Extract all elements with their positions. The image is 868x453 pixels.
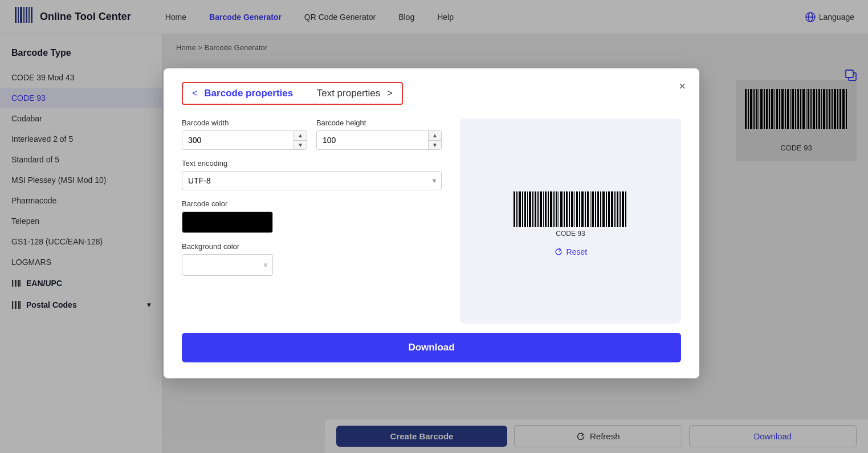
barcode-height-label: Barcode height [316, 119, 442, 127]
tab-left-arrow: < [192, 88, 197, 99]
barcode-color-label: Barcode color [182, 199, 442, 208]
barcode-height-input[interactable] [317, 131, 428, 149]
svg-rect-82 [560, 191, 563, 227]
svg-rect-91 [585, 191, 586, 227]
background-color-swatch[interactable]: × [182, 254, 273, 276]
svg-text:CODE 93: CODE 93 [556, 230, 585, 238]
reset-button[interactable]: Reset [554, 247, 588, 256]
reset-icon [554, 247, 563, 256]
barcode-width-down-btn[interactable]: ▼ [294, 141, 307, 150]
svg-rect-106 [625, 191, 626, 227]
background-color-section: Background color × [182, 242, 442, 276]
svg-rect-87 [574, 191, 575, 227]
svg-rect-76 [545, 191, 547, 227]
svg-rect-65 [516, 191, 517, 227]
background-color-label: Background color [182, 242, 442, 251]
svg-rect-64 [514, 191, 515, 227]
svg-rect-102 [614, 191, 616, 227]
svg-rect-66 [519, 191, 521, 227]
tab-right-arrow: > [387, 88, 392, 99]
svg-rect-67 [522, 191, 523, 227]
svg-rect-71 [532, 191, 533, 227]
svg-rect-74 [540, 191, 542, 227]
svg-rect-68 [524, 191, 526, 227]
svg-rect-105 [622, 191, 624, 227]
svg-rect-89 [579, 191, 580, 227]
svg-rect-103 [617, 191, 618, 227]
reset-label: Reset [567, 247, 588, 256]
text-encoding-group: Text encoding UTF-8 ASCII ISO-8859-1 ▾ [182, 159, 442, 190]
svg-rect-104 [620, 191, 621, 227]
svg-rect-98 [602, 191, 605, 227]
modal: < Barcode properties Text properties > ×… [164, 68, 699, 378]
barcode-color-swatch[interactable] [182, 211, 273, 233]
svg-rect-99 [606, 191, 607, 227]
barcode-color-section: Barcode color [182, 199, 442, 233]
barcode-width-up-btn[interactable]: ▲ [294, 131, 307, 141]
barcode-width-group: Barcode width ▲ ▼ [182, 119, 307, 150]
svg-rect-94 [592, 191, 594, 227]
barcode-preview-area: CODE 93 [514, 186, 627, 243]
svg-rect-80 [556, 191, 557, 227]
svg-rect-79 [553, 191, 555, 227]
svg-rect-77 [548, 191, 549, 227]
modal-form: Barcode width ▲ ▼ Barcode height [182, 119, 442, 324]
barcode-height-up-btn[interactable]: ▲ [429, 131, 441, 141]
svg-rect-72 [535, 191, 536, 227]
svg-rect-100 [608, 191, 610, 227]
modal-body: Barcode width ▲ ▼ Barcode height [182, 119, 681, 324]
barcode-width-label: Barcode width [182, 119, 307, 127]
svg-rect-70 [529, 191, 531, 227]
svg-rect-90 [581, 191, 584, 227]
svg-rect-69 [527, 191, 528, 227]
tab-barcode-properties[interactable]: Barcode properties [199, 88, 298, 99]
barcode-height-down-btn[interactable]: ▼ [429, 141, 441, 150]
tab-text-properties[interactable]: Text properties [312, 88, 385, 99]
modal-download-button[interactable]: Download [182, 333, 681, 362]
svg-rect-85 [569, 191, 570, 227]
barcode-height-group: Barcode height ▲ ▼ [316, 119, 442, 150]
svg-rect-81 [559, 191, 559, 227]
svg-rect-86 [571, 191, 573, 227]
svg-rect-75 [543, 191, 544, 227]
modal-tabs: < Barcode properties Text properties > [182, 82, 403, 105]
svg-rect-84 [566, 191, 568, 227]
tab-divider [302, 88, 307, 99]
barcode-height-spinner-btns: ▲ ▼ [428, 131, 441, 149]
modal-preview: CODE 93 Reset [460, 119, 681, 324]
modal-close-button[interactable]: × [679, 80, 686, 93]
barcode-preview-svg: CODE 93 [514, 186, 627, 243]
svg-rect-96 [597, 191, 599, 227]
svg-rect-95 [595, 191, 596, 227]
svg-rect-97 [600, 191, 601, 227]
dimensions-row: Barcode width ▲ ▼ Barcode height [182, 119, 442, 150]
text-encoding-select[interactable]: UTF-8 ASCII ISO-8859-1 [182, 171, 442, 190]
svg-rect-73 [537, 191, 539, 227]
clear-color-icon[interactable]: × [263, 260, 268, 270]
svg-rect-101 [611, 191, 613, 227]
text-encoding-label: Text encoding [182, 159, 442, 168]
svg-rect-83 [564, 191, 565, 227]
svg-rect-88 [576, 191, 578, 227]
svg-rect-92 [587, 191, 589, 227]
barcode-width-spinner-btns: ▲ ▼ [294, 131, 307, 149]
barcode-width-input[interactable] [182, 131, 294, 149]
svg-rect-78 [550, 191, 552, 227]
barcode-width-spinner: ▲ ▼ [182, 130, 307, 150]
svg-rect-93 [590, 191, 590, 227]
barcode-height-spinner: ▲ ▼ [316, 130, 442, 150]
